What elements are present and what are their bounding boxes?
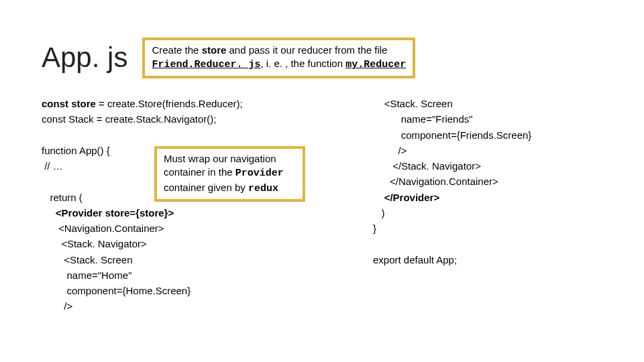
code-line: name="Home" xyxy=(42,269,131,281)
callout-top: Create the store and pass it our reducer… xyxy=(142,38,415,78)
code-line: const Stack = create.Stack.Navigator(); xyxy=(42,113,217,125)
code-line: </Provider> xyxy=(373,192,439,203)
code-block-right: <Stack. Screen name="Friends" component=… xyxy=(373,96,531,267)
code-line: /> xyxy=(42,300,72,312)
callout-text: and pass it our reducer from the file xyxy=(226,44,387,56)
callout-mono-file: Friend.Reducer. js xyxy=(152,59,260,70)
callout-text: , i. e. , the function xyxy=(260,58,345,69)
code-line: ) xyxy=(373,207,385,219)
callout-text: container given by xyxy=(164,182,248,193)
code-line: function App() { xyxy=(42,145,110,156)
code-line: /> xyxy=(373,145,407,156)
code-line: <Stack. Screen xyxy=(42,254,132,265)
code-line: = create.Store(friends.Reducer); xyxy=(96,98,243,109)
code-line: <Navigation.Container> xyxy=(42,223,164,234)
callout-mono-fn: my.Reducer xyxy=(345,59,406,70)
header-row: App. js Create the store and pass it our… xyxy=(42,38,415,78)
code-line: ={store}> xyxy=(129,207,174,219)
code-line: const store xyxy=(42,98,96,109)
code-line: component={Friends.Screen} xyxy=(373,129,531,141)
callout-mono-provider: Provider xyxy=(235,168,284,179)
callout-text: Create the xyxy=(152,44,201,56)
code-line: export default App; xyxy=(373,254,457,265)
code-line: <Stack. Screen xyxy=(373,98,453,109)
code-line: <Provider xyxy=(42,207,105,219)
code-line: component={Home.Screen} xyxy=(42,285,191,296)
code-line: <Stack. Navigator> xyxy=(42,238,147,249)
callout-bold-store: store xyxy=(202,44,227,56)
code-line: </Stack. Navigator> xyxy=(373,160,481,172)
page-title: App. js xyxy=(42,42,127,74)
code-line: </Navigation.Container> xyxy=(373,176,498,187)
callout-middle: Must wrap our navigation container in th… xyxy=(154,146,305,202)
code-block-left: const store = create.Store(friends.Reduc… xyxy=(42,96,243,314)
code-line: name="Friends" xyxy=(373,113,473,125)
code-line: return ( xyxy=(42,192,83,203)
callout-mono-redux: redux xyxy=(248,183,278,194)
code-line: } xyxy=(373,223,376,234)
code-line: // … xyxy=(42,160,63,172)
code-line: store xyxy=(105,207,130,219)
